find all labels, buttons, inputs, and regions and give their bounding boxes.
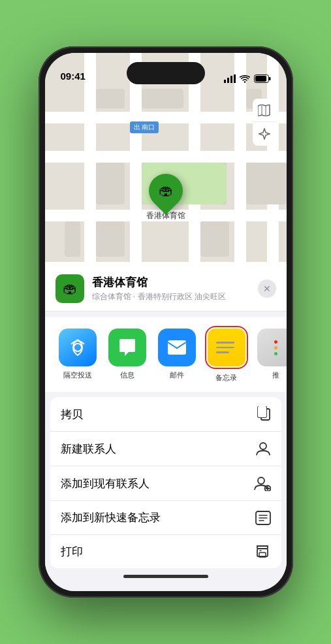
phone-screen: 09:41 <box>45 53 287 591</box>
action-item-copy[interactable]: 拷贝 <box>50 397 281 432</box>
more-icon <box>257 329 287 366</box>
share-item-airdrop[interactable]: 隔空投送 <box>55 329 100 380</box>
airdrop-label: 隔空投送 <box>63 370 92 380</box>
new-contact-icon <box>255 441 271 457</box>
new-contact-svg <box>255 441 271 457</box>
action-label-copy: 拷贝 <box>61 407 83 422</box>
dot-red <box>274 340 277 344</box>
action-item-print[interactable]: 打印 <box>50 535 281 568</box>
action-list: 拷贝 新建联系人 <box>50 397 281 568</box>
action-item-add-contact[interactable]: 添加到现有联系人 <box>50 466 281 501</box>
bottom-sheet: 🏟 香港体育馆 综合体育馆 · 香港特别行政区 油尖旺区 ✕ <box>45 264 287 591</box>
airdrop-svg <box>68 338 87 357</box>
copy-svg <box>257 406 271 422</box>
notes-label: 备忘录 <box>215 373 237 383</box>
venue-name: 香港体育馆 <box>92 275 258 290</box>
airdrop-icon <box>59 329 97 366</box>
dot-orange <box>274 346 277 349</box>
share-item-notes[interactable]: 备忘录 <box>204 326 249 383</box>
share-item-messages[interactable]: 信息 <box>105 329 150 380</box>
map-block <box>65 221 80 257</box>
exit-label: 出 南口 <box>130 121 159 133</box>
copy-icon <box>257 406 271 422</box>
close-icon: ✕ <box>263 283 271 294</box>
map-block <box>96 163 125 204</box>
dot-green <box>274 352 277 355</box>
home-indicator <box>123 575 208 578</box>
map-controls <box>253 99 276 146</box>
messages-icon <box>108 329 146 366</box>
mail-label: 邮件 <box>170 370 184 380</box>
venue-info: 香港体育馆 综合体育馆 · 香港特别行政区 油尖旺区 <box>92 275 258 302</box>
action-item-quick-note[interactable]: 添加到新快速备忘录 <box>50 501 281 535</box>
action-label-print: 打印 <box>61 544 83 559</box>
status-time: 09:41 <box>61 71 86 83</box>
battery-icon <box>254 74 271 83</box>
dynamic-island <box>127 62 205 84</box>
pin-icon: 🏟 <box>159 182 173 199</box>
messages-label: 信息 <box>120 370 134 380</box>
map-type-icon <box>258 105 271 116</box>
map-block <box>246 163 287 204</box>
action-label-quick-note: 添加到新快速备忘录 <box>61 510 161 525</box>
sheet-header: 🏟 香港体育馆 综合体育馆 · 香港特别行政区 油尖旺区 ✕ <box>45 264 287 312</box>
share-row: 隔空投送 信息 <box>45 317 287 392</box>
svg-rect-11 <box>258 406 266 417</box>
pin-circle: 🏟 <box>142 167 190 215</box>
svg-rect-2 <box>230 76 232 83</box>
add-contact-svg <box>254 475 271 491</box>
notes-lines <box>216 342 237 353</box>
svg-rect-0 <box>224 80 226 83</box>
venue-icon: 🏟 <box>55 274 84 303</box>
home-indicator-area <box>45 575 287 578</box>
svg-rect-6 <box>255 76 266 82</box>
add-contact-icon <box>254 475 271 491</box>
svg-point-13 <box>258 477 264 484</box>
more-label: 推 <box>272 370 279 380</box>
status-icons <box>224 74 271 83</box>
quick-note-svg <box>255 511 271 525</box>
map-block <box>96 89 125 108</box>
location-icon <box>259 128 270 140</box>
venue-sub: 综合体育馆 · 香港特别行政区 油尖旺区 <box>92 291 258 302</box>
notes-selected-border <box>205 326 248 369</box>
map-road <box>45 112 287 123</box>
svg-rect-5 <box>269 77 271 80</box>
notes-line3 <box>216 351 229 353</box>
svg-rect-1 <box>227 78 229 83</box>
svg-point-12 <box>260 443 266 449</box>
share-item-mail[interactable]: 邮件 <box>155 329 199 380</box>
notes-icon <box>208 329 245 366</box>
map-type-button[interactable] <box>253 99 276 122</box>
messages-svg <box>117 338 138 357</box>
print-icon <box>254 545 271 559</box>
notes-line1 <box>216 342 234 344</box>
close-button[interactable]: ✕ <box>258 280 276 298</box>
map-block <box>200 221 229 257</box>
signal-icon <box>224 74 236 83</box>
mail-icon <box>158 329 196 366</box>
action-item-new-contact[interactable]: 新建联系人 <box>50 432 281 466</box>
share-item-more[interactable]: 推 <box>254 329 287 380</box>
more-dots-group <box>274 340 277 355</box>
action-label-add-contact: 添加到现有联系人 <box>61 476 150 491</box>
map-block <box>96 221 125 257</box>
map-road <box>45 151 287 163</box>
location-pin: 🏟 香港体育馆 <box>146 174 185 221</box>
action-label-new-contact: 新建联系人 <box>61 442 116 457</box>
wifi-icon <box>240 75 250 83</box>
svg-rect-3 <box>234 74 236 83</box>
svg-point-7 <box>74 344 82 351</box>
map-block <box>142 89 183 108</box>
location-button[interactable] <box>253 122 276 146</box>
phone-frame: 09:41 <box>39 46 293 598</box>
quick-note-icon <box>255 511 271 525</box>
print-svg <box>254 545 271 559</box>
notes-line2 <box>216 347 234 349</box>
mail-svg <box>166 339 187 356</box>
